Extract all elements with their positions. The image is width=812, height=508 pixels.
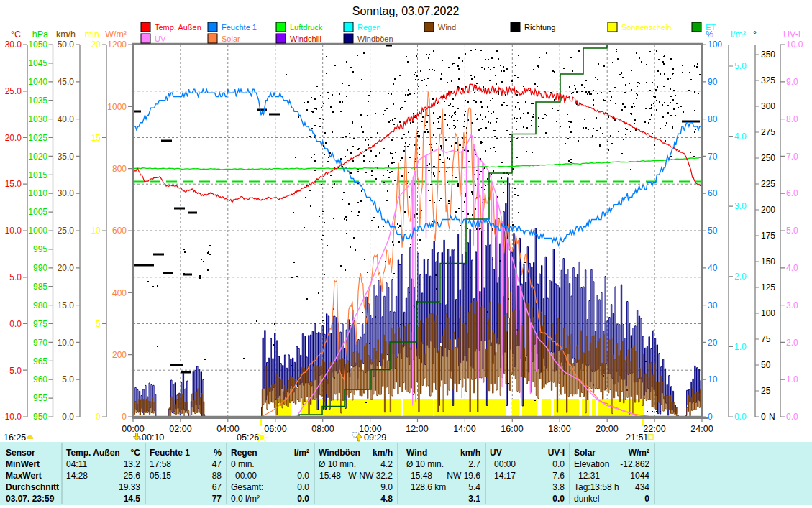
svg-text:25: 25: [761, 386, 771, 396]
svg-text:°: °: [753, 29, 757, 40]
svg-text:Sonntag, 03.07.2022: Sonntag, 03.07.2022: [352, 5, 460, 17]
svg-text:00:00: 00:00: [494, 459, 516, 469]
svg-text:970: 970: [33, 338, 47, 348]
svg-text:0.0: 0.0: [734, 412, 747, 422]
svg-text:20.0: 20.0: [5, 133, 22, 143]
svg-text:955: 955: [33, 393, 47, 403]
svg-text:°C: °C: [11, 29, 21, 40]
svg-text:Ø 10 min.: Ø 10 min.: [406, 459, 444, 469]
svg-text:4.0: 4.0: [786, 263, 798, 273]
svg-text:965: 965: [33, 356, 47, 366]
svg-text:14.5: 14.5: [124, 494, 141, 504]
svg-text:1035: 1035: [28, 96, 47, 106]
svg-text:dunkel: dunkel: [574, 494, 599, 504]
svg-text:980: 980: [33, 300, 47, 310]
svg-text:600: 600: [112, 226, 127, 236]
svg-text:14:28: 14:28: [66, 471, 88, 481]
svg-text:15: 15: [91, 133, 101, 143]
svg-text:80: 80: [708, 114, 718, 124]
svg-text:5.0: 5.0: [62, 374, 74, 384]
svg-text:UV: UV: [490, 448, 502, 458]
svg-text:5: 5: [96, 319, 101, 329]
svg-text:1044: 1044: [630, 471, 649, 481]
svg-text:UV-I: UV-I: [548, 448, 565, 458]
svg-text:1020: 1020: [28, 152, 47, 162]
svg-text:0.0: 0.0: [786, 412, 798, 422]
svg-text:175: 175: [761, 231, 775, 241]
svg-text:00:00: 00:00: [122, 424, 144, 434]
svg-text:15:48: 15:48: [411, 471, 432, 481]
svg-text:3.0: 3.0: [734, 201, 747, 211]
svg-text:Feuchte 1: Feuchte 1: [222, 23, 257, 32]
svg-text:0.0: 0.0: [62, 412, 74, 422]
svg-text:W/m²: W/m²: [105, 29, 127, 40]
svg-text:Sensor: Sensor: [6, 448, 35, 458]
svg-text:975: 975: [33, 319, 47, 329]
svg-text:128.6 km: 128.6 km: [411, 482, 446, 492]
svg-text:45.0: 45.0: [58, 77, 75, 87]
svg-text:1200: 1200: [107, 40, 127, 50]
svg-text:Windböen: Windböen: [319, 448, 360, 458]
svg-text:77: 77: [212, 494, 222, 504]
svg-text:Temp. Außen: Temp. Außen: [66, 448, 120, 458]
svg-text:14:17: 14:17: [494, 471, 516, 481]
svg-text:1.0: 1.0: [786, 374, 798, 384]
svg-text:0.0: 0.0: [297, 482, 309, 492]
svg-text:40: 40: [708, 263, 718, 273]
svg-text:W/m²: W/m²: [629, 448, 649, 458]
svg-text:6.0: 6.0: [786, 188, 798, 198]
svg-text:hPa: hPa: [32, 29, 48, 40]
svg-text:00:00: 00:00: [235, 471, 257, 481]
svg-text:1030: 1030: [28, 114, 47, 124]
svg-text:Tag:13:58 h: Tag:13:58 h: [574, 482, 619, 492]
svg-text:225: 225: [761, 179, 775, 189]
svg-text:Solar: Solar: [222, 34, 240, 43]
svg-text:990: 990: [33, 263, 47, 273]
svg-text:15.0: 15.0: [58, 300, 75, 310]
svg-text:UV-I: UV-I: [783, 29, 800, 40]
svg-text:Richtung: Richtung: [524, 23, 555, 32]
svg-text:30: 30: [708, 300, 718, 310]
svg-text:5.0: 5.0: [9, 272, 22, 282]
svg-text:12:00: 12:00: [406, 424, 428, 434]
svg-text:0: 0: [122, 412, 127, 422]
svg-text:0.0: 0.0: [297, 494, 309, 504]
svg-text:3.1: 3.1: [468, 494, 480, 504]
svg-text:4.0: 4.0: [734, 131, 747, 142]
svg-text:-10.0: -10.0: [2, 412, 22, 422]
svg-text:Windböen: Windböen: [357, 34, 393, 43]
svg-text:15:48: 15:48: [319, 471, 341, 481]
svg-text:1040: 1040: [28, 77, 47, 87]
svg-text:25.0: 25.0: [5, 86, 22, 96]
svg-text:0: 0: [96, 412, 101, 422]
svg-text:35.0: 35.0: [58, 152, 75, 162]
svg-text:21:51: 21:51: [626, 433, 648, 443]
svg-text:km/h: km/h: [56, 29, 76, 40]
svg-text:Regen: Regen: [357, 23, 380, 32]
svg-text:950: 950: [33, 412, 47, 422]
svg-text:30.0: 30.0: [5, 40, 22, 50]
svg-text:3.0: 3.0: [786, 300, 798, 310]
svg-text:l/m²: l/m²: [294, 448, 309, 458]
svg-text:9.0: 9.0: [786, 77, 798, 87]
svg-text:50.0: 50.0: [58, 40, 75, 50]
svg-text:Solar: Solar: [574, 448, 596, 458]
svg-text:16:25: 16:25: [4, 433, 26, 443]
svg-text:0.0: 0.0: [9, 319, 22, 329]
svg-text:02:00: 02:00: [169, 424, 191, 434]
svg-text:10.0: 10.0: [786, 40, 803, 50]
svg-text:150: 150: [761, 257, 775, 267]
svg-text:10.0: 10.0: [58, 338, 75, 348]
svg-text:%: %: [214, 448, 222, 458]
svg-text:0: 0: [644, 494, 649, 504]
svg-text:800: 800: [112, 164, 127, 174]
svg-text:125: 125: [761, 282, 775, 292]
svg-text:25.6: 25.6: [124, 471, 141, 481]
svg-text:19.33: 19.33: [119, 482, 140, 492]
svg-text:60: 60: [708, 188, 718, 198]
svg-text:Sonnenschein: Sonnenschein: [621, 23, 672, 32]
svg-text:UV: UV: [155, 34, 166, 43]
svg-text:Temp. Außen: Temp. Außen: [155, 23, 201, 32]
svg-text:4.2: 4.2: [380, 459, 393, 469]
svg-text:2.7: 2.7: [468, 459, 480, 469]
